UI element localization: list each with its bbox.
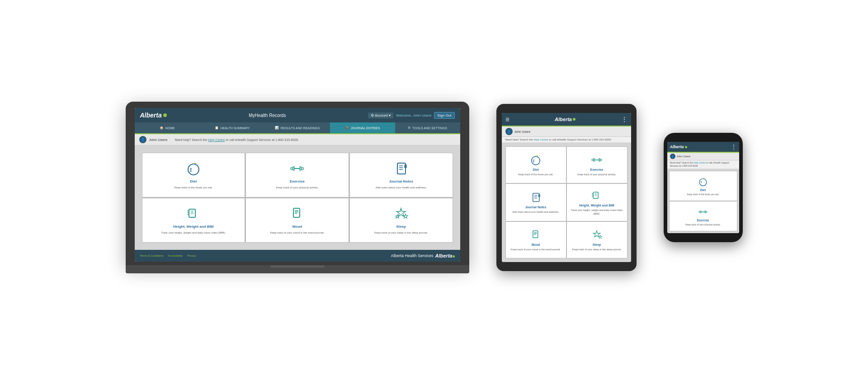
svg-rect-9: [397, 163, 406, 174]
tablet-user-bar: 👤 John Usere: [502, 127, 631, 137]
tablet-card-journal[interactable]: Journal Notes Add notes about your healt…: [506, 184, 566, 220]
card-diet[interactable]: Diet Keep track of the foods you eat.: [142, 153, 245, 197]
tablet-screen: ☰ Alberta ⋮ 👤 John Usere Need help? Sear…: [502, 113, 631, 262]
card-journal-notes[interactable]: Journal Notes Add notes about your healt…: [350, 153, 453, 197]
card-exercise-desc: Keep track of your physical activity.: [276, 186, 318, 190]
footer-links: Terms & Conditions Accessibility Privacy: [140, 254, 196, 257]
phone-device: Alberta ⋮ 👤 John Usere Need help? Search…: [664, 133, 743, 242]
card-diet-desc: Keep track of the foods you eat.: [174, 186, 212, 190]
accessibility-link[interactable]: Accessibility: [168, 254, 183, 257]
phone-user-name: John Usere: [677, 155, 691, 158]
svg-rect-36: [600, 159, 602, 161]
dumbbell-icon: [289, 160, 305, 177]
app-header: Alberta MyHealth Records ⚙ Account ▾ Wel…: [135, 108, 460, 122]
tablet-sleep-title: Sleep: [593, 243, 601, 246]
tablet-stars-icon: [590, 229, 603, 241]
tablet-card-exercise[interactable]: Exercise Keep track of your physical act…: [567, 147, 627, 183]
tablet-body: ☰ Alberta ⋮ 👤 John Usere Need help? Sear…: [496, 104, 637, 271]
tablet-dumbbell-icon: [590, 154, 603, 166]
tablet-bmi-desc: Track your height, weight and body mass …: [570, 209, 624, 215]
card-bmi-desc: Track your height, weight and body mass …: [161, 231, 226, 235]
tablet-sleep-desc: Keep track of your sleep in the sleep jo…: [572, 248, 622, 251]
tablet-notebook-icon: [529, 191, 542, 204]
phone-avatar: 👤: [670, 154, 675, 159]
svg-rect-14: [189, 209, 195, 217]
card-exercise-title: Exercise: [290, 179, 305, 183]
card-sleep-title: Sleep: [396, 225, 406, 229]
svg-rect-21: [293, 208, 300, 217]
phone-main: Diet Keep track of the foods you eat.: [667, 169, 739, 233]
tablet-exercise-title: Exercise: [590, 168, 604, 171]
card-mood[interactable]: Mood Keep track of your mood in the mood…: [246, 198, 349, 242]
terms-link[interactable]: Terms & Conditions: [140, 254, 164, 257]
card-exercise[interactable]: Exercise Keep track of your physical act…: [246, 153, 349, 197]
phone-help-link[interactable]: Help Centre: [693, 161, 706, 164]
svg-rect-49: [533, 230, 538, 238]
phone-card-exercise[interactable]: Exercise Keep track of your physical act…: [670, 202, 737, 231]
footer-logo: Alberta Health Services Alberta: [391, 253, 455, 258]
svg-point-0: [188, 164, 199, 175]
svg-rect-59: [700, 211, 701, 213]
help-centre-link[interactable]: Help Centre: [208, 138, 225, 141]
phone-card-diet[interactable]: Diet Keep track of the foods you eat.: [670, 171, 737, 201]
welcome-text: Welcome, John Usere: [396, 113, 432, 117]
tablet-help: Need help? Search the Help Centre or cal…: [502, 137, 631, 143]
phone-more-icon[interactable]: ⋮: [731, 144, 736, 150]
nav-home[interactable]: 🏠 HOME: [135, 122, 200, 133]
more-icon[interactable]: ⋮: [621, 116, 627, 123]
laptop-screen: Alberta MyHealth Records ⚙ Account ▾ Wel…: [135, 108, 460, 262]
tablet-card-diet[interactable]: Diet Keep track of the foods you eat.: [506, 147, 566, 183]
stars-icon: [393, 206, 409, 222]
nav-results[interactable]: 📊 RESULTS AND READINGS: [265, 122, 330, 133]
signout-button[interactable]: Sign Out: [434, 112, 454, 119]
tablet-mood-title: Mood: [532, 243, 540, 246]
tablet-help-link[interactable]: Help Centre: [534, 138, 548, 141]
nav-tools[interactable]: ⚙ TOOLS AND SETTINGS: [395, 122, 460, 133]
user-name: John Usere: [149, 138, 168, 142]
header-right: ⚙ Account ▾ Welcome, John Usere Sign Out: [368, 112, 455, 119]
notebook-icon: [393, 160, 409, 177]
card-sleep[interactable]: Sleep Keep track of your sleep in the sl…: [350, 198, 453, 242]
phone-logo: Alberta: [670, 145, 687, 149]
svg-rect-8: [301, 168, 303, 169]
card-bmi-title: Height, Weight and BMI: [173, 225, 213, 229]
app-logo: Alberta: [140, 112, 167, 119]
card-mood-title: Mood: [292, 225, 302, 229]
nav-health-summary[interactable]: 📋 HEALTH SUMMARY: [200, 122, 265, 133]
cards-grid: Diet Keep track of the foods you eat.: [142, 153, 453, 243]
nav-journal[interactable]: 📓 JOURNAL ENTRIES: [330, 122, 395, 133]
svg-marker-53: [593, 230, 600, 237]
svg-point-28: [532, 157, 540, 165]
tablet-mood-icon: [529, 229, 542, 241]
apple-icon: [185, 160, 202, 177]
tablet-header: ☰ Alberta ⋮: [502, 113, 631, 126]
phone-header: Alberta ⋮: [667, 142, 739, 152]
svg-rect-37: [533, 193, 539, 202]
privacy-link[interactable]: Privacy: [187, 254, 196, 257]
tablet-mood-desc: Keep track of your mood in the mood jour…: [511, 248, 561, 251]
phone-apple-icon: [698, 176, 708, 187]
tablet-journal-title: Journal Notes: [525, 206, 547, 209]
tablet-cards-grid: Diet Keep track of the foods you eat.: [505, 146, 627, 258]
svg-rect-5: [293, 167, 294, 170]
phone-diet-desc: Keep track of the foods you eat.: [687, 193, 719, 196]
account-button[interactable]: ⚙ Account ▾: [368, 112, 393, 118]
tablet-device: ☰ Alberta ⋮ 👤 John Usere Need help? Sear…: [496, 104, 637, 271]
tablet-card-bmi[interactable]: Height, Weight and BMI Track your height…: [567, 184, 627, 220]
card-height-weight[interactable]: Height, Weight and BMI Track your height…: [142, 198, 245, 242]
tablet-card-mood[interactable]: Mood Keep track of your mood in the mood…: [506, 222, 566, 258]
tablet-card-sleep[interactable]: Sleep Keep track of your sleep in the sl…: [567, 222, 627, 258]
help-text: Need help? Search the Help Centre or cal…: [175, 138, 298, 141]
phone-user-bar: 👤 John Usere: [667, 153, 739, 160]
card-mood-desc: Keep track of your mood in the mood jour…: [270, 231, 325, 235]
footer-org: Alberta Health Services: [391, 253, 434, 258]
scale-icon: [185, 206, 202, 222]
hamburger-icon[interactable]: ☰: [505, 117, 509, 122]
phone-cards-grid: Diet Keep track of the foods you eat.: [669, 171, 737, 231]
card-journal-desc: Add notes about your health and wellness…: [376, 186, 427, 190]
user-bar: 👤 John Usere Need help? Search the Help …: [135, 134, 460, 145]
tablet-logo: Alberta: [555, 117, 576, 122]
tablet-main: Diet Keep track of the foods you eat.: [502, 143, 631, 262]
svg-rect-32: [592, 159, 594, 161]
mood-icon: [289, 206, 305, 222]
